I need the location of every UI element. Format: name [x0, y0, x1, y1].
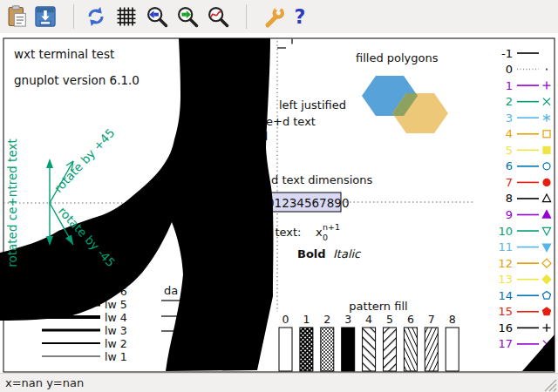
- linetype-row: 16: [498, 321, 550, 335]
- linetype-row: 15: [498, 305, 550, 318]
- text-dimensions-fragment: d text dimensions: [271, 173, 373, 186]
- pattern-bar: 4: [363, 313, 376, 371]
- linetype-row: 13: [498, 273, 551, 286]
- svg-text:3: 3: [344, 313, 351, 326]
- zoom-previous-button[interactable]: [145, 4, 169, 29]
- italic-sample: Italic: [333, 247, 362, 260]
- svg-text:lw 4: lw 4: [105, 311, 127, 324]
- linetype-row: 14: [498, 289, 550, 302]
- toolbar: ?: [0, 0, 558, 33]
- svg-text:9: 9: [506, 208, 513, 221]
- toolbar-separator: [246, 4, 247, 29]
- pattern-bar: 6: [404, 313, 417, 371]
- svg-text:5: 5: [506, 144, 513, 157]
- svg-text:6: 6: [407, 313, 414, 326]
- clipboard-icon: [5, 4, 30, 29]
- linetype-row: 7: [506, 176, 550, 189]
- svg-text:8: 8: [449, 313, 456, 326]
- svg-text:11: 11: [498, 240, 513, 253]
- svg-text:4: 4: [506, 127, 513, 140]
- refresh-icon: [84, 4, 108, 29]
- plot-svg: wxt terminal test gnuplot version 6.1.0 …: [0, 33, 558, 373]
- linetype-row: 9: [506, 208, 551, 221]
- linetype-row: 10: [498, 225, 550, 238]
- pattern-bar: 1: [300, 313, 313, 371]
- svg-text:1: 1: [303, 313, 310, 326]
- svg-text:-1: -1: [501, 47, 513, 60]
- linewidth-row: lw 2: [42, 337, 127, 350]
- wrench-icon: [262, 4, 286, 29]
- svg-text:12: 12: [498, 257, 513, 270]
- linetype-row: 8: [506, 192, 551, 205]
- replot-button[interactable]: [84, 4, 108, 29]
- linetype-column: -101234567891011121314151617: [498, 47, 551, 351]
- enhanced-superscript: n+1: [323, 222, 340, 232]
- terminal-test-title: wxt terminal test: [14, 47, 114, 61]
- linetype-row: 6: [506, 159, 550, 172]
- zoom-next-icon: [175, 4, 200, 29]
- help-glyph: ?: [295, 5, 306, 28]
- pattern-bar: 7: [425, 313, 438, 371]
- svg-text:0: 0: [282, 313, 289, 326]
- svg-text:4: 4: [365, 313, 372, 326]
- svg-text:5: 5: [386, 313, 393, 326]
- svg-text:3: 3: [506, 112, 513, 125]
- copy-to-clipboard-button[interactable]: [5, 4, 30, 29]
- help-icon: ?: [288, 4, 312, 29]
- help-button[interactable]: ?: [288, 4, 312, 29]
- svg-text:16: 16: [498, 321, 513, 335]
- linetype-row: 5: [506, 144, 550, 157]
- black-blob-shape: [0, 38, 273, 371]
- dashtype-fragment: da: [164, 284, 178, 297]
- pattern-fill-bars: 012345678: [279, 313, 459, 371]
- svg-text:6: 6: [506, 159, 513, 172]
- rotate-plus45-label: rotate by +45: [51, 125, 117, 195]
- linetype-row: 3: [506, 112, 550, 125]
- plot-canvas[interactable]: wxt terminal test gnuplot version 6.1.0 …: [0, 33, 558, 373]
- enhanced-base: x: [316, 226, 323, 239]
- export-plot-button[interactable]: [33, 4, 58, 29]
- svg-text:14: 14: [498, 289, 513, 302]
- linetype-row: -1: [501, 47, 539, 60]
- svg-text:10: 10: [498, 225, 513, 238]
- status-bar: x=nan y=nan: [0, 373, 558, 392]
- linetype-row: 2: [506, 95, 550, 108]
- svg-text:2: 2: [506, 95, 513, 108]
- filled-polygons-label: filled polygons: [356, 51, 439, 64]
- svg-text:lw 3: lw 3: [105, 324, 127, 337]
- linetype-row: 4: [506, 127, 550, 140]
- zoom-autoscale-icon: [206, 4, 230, 29]
- boxed-digits: 01234567890: [267, 196, 349, 210]
- grid-icon: [114, 4, 139, 29]
- pattern-bar: 8: [446, 313, 459, 371]
- linetype-row: 12: [498, 257, 551, 270]
- zoom-next-button[interactable]: [175, 4, 200, 29]
- linewidth-row: lw 1: [42, 350, 127, 363]
- linetype-row: 1: [506, 79, 551, 92]
- configure-terminal-button[interactable]: [262, 4, 286, 29]
- export-icon: [33, 4, 58, 29]
- resize-grip[interactable]: [541, 376, 557, 392]
- svg-text:0: 0: [506, 63, 513, 76]
- svg-text:7: 7: [506, 176, 513, 189]
- svg-text:8: 8: [506, 192, 513, 205]
- svg-text:7: 7: [428, 313, 435, 326]
- pattern-bar: 3: [342, 313, 355, 371]
- mouse-coordinates: x=nan y=nan: [5, 376, 84, 389]
- svg-text:lw 1: lw 1: [105, 350, 127, 363]
- svg-text:2: 2: [323, 313, 330, 326]
- svg-text:15: 15: [498, 305, 513, 318]
- pattern-bar: 0: [279, 313, 292, 371]
- rotated-centred-text: rotated ce+ntred text: [5, 139, 19, 267]
- apply-autoscale-button[interactable]: [206, 4, 230, 29]
- left-justified-label: left justified: [279, 98, 346, 112]
- pattern-bar: 2: [321, 313, 334, 371]
- linewidth-row: lw 3: [42, 324, 127, 337]
- toggle-grid-button[interactable]: [114, 4, 139, 29]
- svg-text:1: 1: [506, 79, 513, 92]
- svg-text:17: 17: [498, 337, 513, 350]
- toolbar-separator: [73, 4, 74, 29]
- gnuplot-wxt-window: ?: [0, 0, 558, 392]
- zoom-previous-icon: [145, 4, 169, 29]
- centred-text-fragment: e+d text: [266, 115, 316, 128]
